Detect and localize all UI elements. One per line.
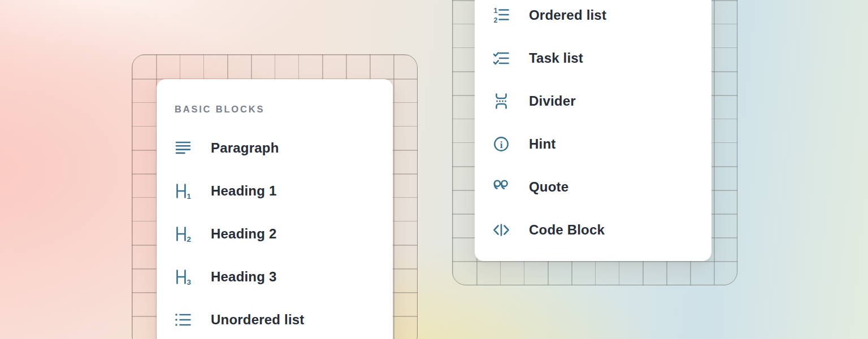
menu-item-divider[interactable]: Divider	[475, 80, 711, 123]
code-block-icon	[493, 221, 510, 238]
menu-item-label: Heading 3	[211, 269, 277, 285]
menu-item-code-block[interactable]: Code Block	[475, 208, 711, 251]
menu-item-label: Code Block	[529, 222, 605, 238]
basic-blocks-menu-list: Paragraph1Heading 12Heading 23Heading 3U…	[157, 127, 393, 339]
divider-icon	[493, 93, 510, 110]
menu-item-ordered-list[interactable]: 12Ordered list	[475, 0, 711, 37]
menu-item-heading-2[interactable]: 2Heading 2	[157, 212, 393, 255]
quote-icon	[493, 179, 510, 195]
svg-text:3: 3	[187, 278, 192, 286]
unordered-list-icon	[175, 311, 192, 328]
svg-text:2: 2	[187, 235, 192, 243]
menu-item-heading-3[interactable]: 3Heading 3	[157, 255, 393, 298]
menu-item-hint[interactable]: iHint	[475, 123, 711, 166]
menu-item-label: Unordered list	[211, 312, 305, 328]
menu-item-unordered-list[interactable]: Unordered list	[157, 298, 393, 339]
svg-text:2: 2	[494, 16, 498, 24]
menu-item-label: Quote	[529, 179, 568, 195]
basic-blocks-menu-card: BASIC BLOCKS Paragraph1Heading 12Heading…	[157, 79, 393, 339]
gradient-background	[0, 0, 868, 339]
advanced-blocks-menu-list: 12Ordered listTask listDivideriHintQuote…	[475, 0, 711, 251]
basic-blocks-section-header: BASIC BLOCKS	[157, 79, 393, 115]
menu-item-label: Ordered list	[529, 7, 606, 23]
menu-item-label: Paragraph	[211, 140, 279, 156]
advanced-blocks-menu-card: 12Ordered listTask listDivideriHintQuote…	[475, 0, 711, 261]
heading-2-icon: 2	[175, 225, 192, 242]
menu-item-quote[interactable]: Quote	[475, 166, 711, 208]
menu-item-label: Divider	[529, 93, 576, 109]
heading-1-icon: 1	[175, 182, 192, 199]
hint-icon: i	[493, 136, 510, 153]
svg-text:1: 1	[187, 192, 192, 200]
menu-item-paragraph[interactable]: Paragraph	[157, 127, 393, 169]
svg-text:1: 1	[494, 7, 498, 15]
menu-item-label: Heading 1	[211, 183, 277, 199]
ordered-list-icon: 12	[493, 7, 510, 24]
svg-text:i: i	[500, 140, 503, 150]
menu-item-label: Hint	[529, 136, 555, 152]
menu-item-task-list[interactable]: Task list	[475, 37, 711, 80]
menu-item-label: Heading 2	[211, 226, 277, 242]
menu-item-label: Task list	[529, 50, 583, 66]
paragraph-icon	[175, 140, 192, 157]
menu-item-heading-1[interactable]: 1Heading 1	[157, 169, 393, 212]
heading-3-icon: 3	[175, 268, 192, 285]
task-list-icon	[493, 50, 510, 67]
